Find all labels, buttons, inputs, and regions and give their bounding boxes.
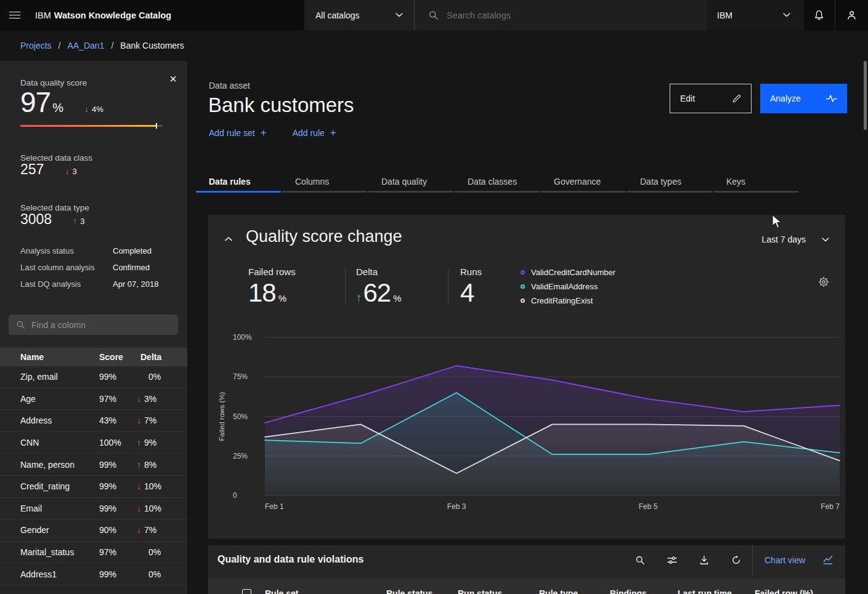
column-name: Address <box>0 415 99 425</box>
chart-view-toggle[interactable]: Chart view <box>752 545 845 575</box>
chart-line-icon <box>823 555 833 565</box>
data-type-delta-value: 3 <box>80 217 84 226</box>
add-rule-label: Add rule <box>293 128 325 138</box>
quality-score: 97 % ↓ 4% <box>20 86 103 119</box>
delta-value: 0% <box>148 372 161 382</box>
add-rule-set-button[interactable]: Add rule set + <box>209 127 267 138</box>
notifications-button[interactable] <box>803 0 835 30</box>
catalog-search-input[interactable] <box>447 10 687 20</box>
violations-title: Quality and data rule violations <box>217 554 363 565</box>
breadcrumb-project[interactable]: AA_Dan1 <box>67 41 104 50</box>
brand-prefix: IBM <box>35 10 51 20</box>
meta-row: Last DQ analysis Apr 07, 2018 <box>20 279 158 289</box>
column-name: Age <box>0 394 99 404</box>
chevron-down-icon <box>783 13 790 17</box>
time-range-label: Last 7 days <box>761 235 806 244</box>
svg-text:Feb 7: Feb 7 <box>821 502 840 511</box>
column-header: Rule set <box>265 588 386 594</box>
svg-text:50%: 50% <box>233 412 248 421</box>
stat-divider <box>345 269 346 303</box>
column-header: Score <box>99 352 137 362</box>
table-row[interactable]: Marital_status97%0% <box>0 542 187 564</box>
account-dropdown[interactable]: IBM <box>707 0 803 30</box>
catalog-dropdown[interactable]: All catalogs <box>304 0 414 30</box>
tab-keys[interactable]: Keys <box>713 172 798 193</box>
delta-up-icon: ↑ <box>137 438 141 448</box>
settings-adjust-icon <box>667 555 677 565</box>
tab-data-classes[interactable]: Data classes <box>455 172 540 193</box>
tab-data-rules[interactable]: Data rules <box>196 172 281 193</box>
chart-settings-button[interactable] <box>816 274 832 290</box>
add-rule-set-label: Add rule set <box>209 128 255 138</box>
table-row[interactable]: CNN100%↑9% <box>0 432 187 454</box>
menu-button[interactable] <box>0 0 30 30</box>
tab-data-types[interactable]: Data types <box>627 172 712 193</box>
download-button[interactable] <box>688 545 720 575</box>
app-title: IBM Watson Knowledge Catalog <box>35 0 171 30</box>
table-row[interactable]: Zip, email99%0% <box>0 366 187 388</box>
table-row[interactable]: Name, person99%↑8% <box>0 454 187 476</box>
column-header: Run status <box>458 588 539 594</box>
tab-data-quality[interactable]: Data quality <box>368 172 453 193</box>
quality-score-card: Quality score change Last 7 days Failed … <box>208 215 845 539</box>
svg-text:Feb 3: Feb 3 <box>447 502 466 511</box>
collapse-section-button[interactable] <box>221 231 237 247</box>
close-sidebar-button[interactable]: × <box>164 70 182 88</box>
column-name: Address1 <box>0 569 99 579</box>
score-marker <box>156 123 157 129</box>
column-search-input[interactable] <box>31 320 171 330</box>
analyze-button[interactable]: Analyze <box>760 84 847 113</box>
legend-item[interactable]: ValidEmailAddress <box>521 282 615 291</box>
catalog-dropdown-label: All catalogs <box>315 10 360 20</box>
stat-value-row: ↑ 62 % <box>356 278 402 308</box>
filter-settings-button[interactable] <box>656 545 688 575</box>
delta-value: 0% <box>148 547 161 557</box>
legend-item[interactable]: ValidCreditCardNumber <box>521 268 615 277</box>
table-row[interactable]: Gender90%↓7% <box>0 520 187 542</box>
table-search-button[interactable] <box>624 545 656 575</box>
legend-item[interactable]: CreditRatingExist <box>521 296 615 305</box>
add-links: Add rule set + Add rule + <box>209 127 336 138</box>
table-row[interactable]: Credit_rating99%↓10% <box>0 476 187 498</box>
breadcrumb-current: Bank Customers <box>120 41 184 50</box>
chart-legend: ValidCreditCardNumberValidEmailAddressCr… <box>521 268 615 305</box>
edit-button[interactable]: Edit <box>670 84 752 113</box>
svg-text:0: 0 <box>233 491 237 500</box>
table-row[interactable]: Address43%↓7% <box>0 410 187 432</box>
column-score: 90% <box>99 525 137 535</box>
edit-button-label: Edit <box>680 94 695 103</box>
stat-value-row: 18 % <box>248 278 296 308</box>
column-delta: ↑9% <box>137 438 156 448</box>
delta-down-icon: ↓ <box>137 525 141 535</box>
table-row[interactable]: Age97%↓3% <box>0 388 187 411</box>
refresh-button[interactable] <box>720 545 752 575</box>
profile-button[interactable] <box>835 0 868 30</box>
scrollbar-thumb[interactable] <box>864 61 867 130</box>
svg-text:25%: 25% <box>233 452 248 460</box>
quality-line-chart: 100%75%50%25%0Failed rows (%)Feb 1Feb 3F… <box>208 326 845 529</box>
meta-row: Last column analysis Confirmed <box>20 263 158 272</box>
column-header: Rule type <box>539 588 610 594</box>
add-rule-button[interactable]: Add rule + <box>293 127 336 138</box>
tab-columns[interactable]: Columns <box>282 172 367 193</box>
data-type-metric: 3008 ↑ 3 <box>20 211 84 228</box>
select-all-checkbox[interactable] <box>242 589 251 594</box>
plus-icon: + <box>261 127 267 138</box>
delta-down-icon: ↓ <box>137 415 141 425</box>
tab-governance[interactable]: Governance <box>541 172 626 193</box>
stat-value: 18 <box>248 278 276 308</box>
svg-text:Failed rows (%): Failed rows (%) <box>218 391 225 441</box>
column-score: 99% <box>99 481 137 491</box>
column-score: 99% <box>99 372 137 382</box>
stat-failed-rows: Failed rows 18 % <box>248 267 296 308</box>
meta-value: Confirmed <box>113 263 150 272</box>
breadcrumb-projects[interactable]: Projects <box>20 41 52 50</box>
table-row[interactable]: Email99%↓10% <box>0 498 187 520</box>
table-row[interactable]: Address199%0% <box>0 563 187 585</box>
pencil-icon <box>732 94 741 103</box>
time-range-dropdown[interactable]: Last 7 days <box>761 235 829 244</box>
delta-down-icon: ↓ <box>137 481 141 491</box>
delta-down-icon: ↓ <box>137 394 141 404</box>
column-name: Name, person <box>0 460 99 470</box>
data-class-delta-value: 3 <box>72 167 76 176</box>
